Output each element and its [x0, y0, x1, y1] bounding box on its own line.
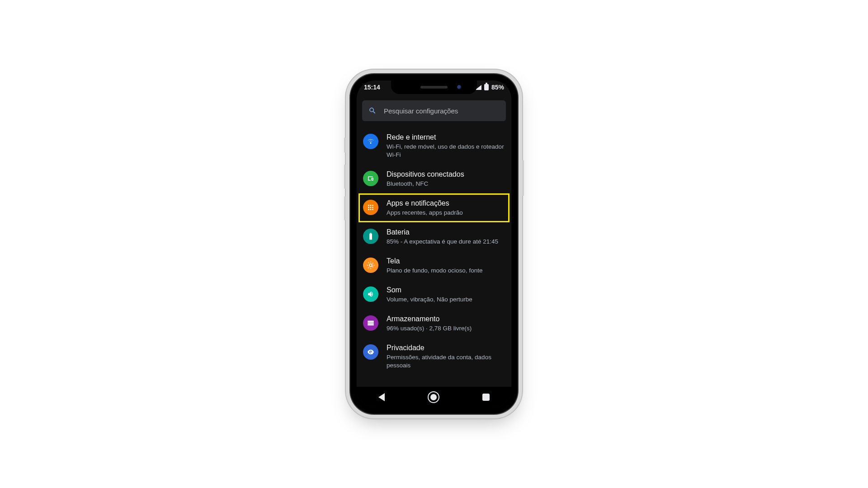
status-battery-text: 85%: [491, 84, 504, 91]
front-camera: [457, 85, 462, 89]
storage-icon: [363, 315, 378, 331]
display-icon: [363, 258, 378, 273]
settings-item-title: Bateria: [387, 228, 498, 237]
settings-item-subtitle: Permissões, atividade da conta, dados pe…: [387, 353, 504, 370]
settings-item-title: Rede e internet: [387, 133, 504, 142]
settings-item-title: Privacidade: [387, 343, 504, 352]
nav-back-button[interactable]: [378, 393, 385, 401]
settings-item-subtitle: 85% - A expectativa é que dure até 21:45: [387, 238, 498, 246]
search-settings[interactable]: Pesquisar configurações: [362, 100, 506, 121]
screen: 15:14 85% Pesquisar configurações Rede e…: [357, 80, 511, 408]
notch: [391, 80, 477, 94]
settings-item-sound[interactable]: SomVolume, vibração, Não perturbe: [357, 280, 511, 309]
settings-item-subtitle: Plano de fundo, modo ocioso, fonte: [387, 267, 482, 275]
side-button: [344, 137, 346, 153]
nav-home-button[interactable]: [428, 391, 439, 403]
settings-item-devices[interactable]: Dispositivos conectadosBluetooth, NFC: [357, 164, 511, 193]
settings-item-battery[interactable]: Bateria85% - A expectativa é que dure at…: [357, 222, 511, 251]
search-icon: [368, 107, 377, 115]
wifi-icon: [363, 134, 378, 149]
settings-item-subtitle: 96% usado(s) · 2,78 GB livre(s): [387, 324, 472, 333]
settings-item-title: Tela: [387, 257, 482, 266]
settings-item-subtitle: Bluetooth, NFC: [387, 180, 464, 188]
settings-item-subtitle: Apps recentes, apps padrão: [387, 209, 463, 217]
side-button: [522, 160, 524, 196]
status-time: 15:14: [364, 84, 380, 91]
devices-icon: [363, 171, 378, 186]
settings-item-title: Som: [387, 286, 472, 295]
settings-item-title: Apps e notificações: [387, 199, 463, 208]
nav-recent-button[interactable]: [482, 394, 490, 401]
battery-icon: [484, 84, 489, 90]
side-button: [344, 196, 346, 221]
android-nav-bar: [357, 387, 511, 408]
settings-list: Rede e internetWi-Fi, rede móvel, uso de…: [357, 126, 511, 389]
settings-item-privacy[interactable]: PrivacidadePermissões, atividade da cont…: [357, 338, 511, 375]
search-placeholder: Pesquisar configurações: [384, 107, 458, 115]
speaker-grille: [420, 86, 448, 89]
side-button: [344, 164, 346, 189]
phone-frame: 15:14 85% Pesquisar configurações Rede e…: [350, 74, 518, 414]
settings-item-subtitle: Wi-Fi, rede móvel, uso de dados e rotead…: [387, 143, 504, 159]
settings-item-title: Armazenamento: [387, 314, 472, 324]
sound-icon: [363, 286, 378, 302]
settings-item-network[interactable]: Rede e internetWi-Fi, rede móvel, uso de…: [357, 127, 511, 164]
settings-item-apps[interactable]: Apps e notificaçõesApps recentes, apps p…: [359, 193, 509, 222]
settings-item-title: Dispositivos conectados: [387, 170, 464, 179]
settings-item-display[interactable]: TelaPlano de fundo, modo ocioso, fonte: [357, 251, 511, 280]
apps-icon: [363, 200, 378, 215]
battery-icon: [363, 229, 378, 244]
settings-item-storage[interactable]: Armazenamento96% usado(s) · 2,78 GB livr…: [357, 309, 511, 338]
settings-item-subtitle: Volume, vibração, Não perturbe: [387, 296, 472, 304]
privacy-icon: [363, 344, 378, 360]
